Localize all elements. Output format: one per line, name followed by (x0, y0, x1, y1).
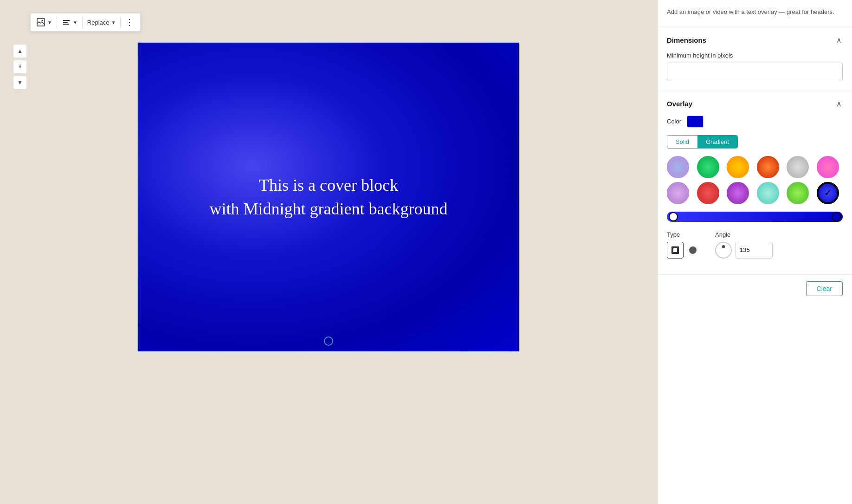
gradient-tab[interactable]: Gradient (697, 136, 737, 148)
min-height-label: Minimum height in pixels (667, 52, 843, 59)
align-icon (62, 18, 71, 27)
cover-block[interactable]: This is a cover block with Midnight grad… (138, 43, 519, 351)
resize-handle[interactable] (324, 336, 333, 346)
settings-panel: Add an image or video with a text overla… (657, 0, 852, 504)
gradient-swatch-1[interactable] (667, 156, 689, 178)
overlay-header: Overlay ∧ (667, 98, 843, 109)
svg-rect-2 (63, 20, 70, 21)
color-row: Color (667, 116, 843, 128)
align-chevron: ▼ (73, 20, 77, 25)
gradient-swatch-12[interactable]: ✓ (817, 182, 839, 204)
angle-label: Angle (715, 231, 773, 238)
intro-text: Add an image or video with a text overla… (667, 8, 834, 15)
color-swatch[interactable] (687, 116, 704, 128)
dimensions-collapse-btn[interactable]: ∧ (835, 35, 843, 45)
side-controls: ▲ ⠿ ▼ (13, 44, 27, 90)
image-block-chevron: ▼ (47, 20, 52, 25)
divider3 (120, 17, 121, 28)
gradient-slider-container (667, 212, 843, 222)
overlay-type-tabs: Solid Gradient (667, 135, 738, 149)
cover-block-wrapper: This is a cover block with Midnight grad… (137, 42, 520, 352)
image-block-btn[interactable]: ▼ (33, 16, 55, 29)
linear-icon (671, 246, 680, 255)
divider1 (57, 17, 57, 28)
angle-input[interactable] (736, 242, 773, 258)
gradient-swatch-11[interactable] (787, 182, 809, 204)
gradient-swatch-7[interactable] (667, 182, 689, 204)
replace-label: Replace (87, 19, 110, 26)
color-label: Color (667, 118, 681, 125)
gradient-swatch-8[interactable] (697, 182, 719, 204)
cover-text[interactable]: This is a cover block with Midnight grad… (200, 164, 457, 230)
chevron-down-icon: ▼ (17, 79, 23, 86)
drag-btn[interactable]: ⠿ (13, 60, 27, 74)
solid-tab[interactable]: Solid (667, 136, 697, 148)
more-options-btn[interactable]: ⋮ (123, 15, 137, 29)
clear-row: Clear (658, 275, 852, 296)
dimensions-header: Dimensions ∧ (667, 35, 843, 45)
svg-rect-3 (63, 22, 68, 23)
move-down-btn[interactable]: ▼ (13, 76, 27, 90)
cover-text-line2: with Midnight gradient background (210, 200, 448, 218)
type-angle-row: Type Angle (667, 231, 843, 258)
svg-text:✓: ✓ (824, 187, 832, 198)
overlay-section: Overlay ∧ Color Solid Gradient (658, 90, 852, 275)
linear-gradient-btn[interactable] (667, 242, 684, 258)
gradient-swatches: ✓ (667, 156, 843, 204)
more-options-icon: ⋮ (125, 17, 135, 27)
gradient-swatch-6[interactable] (817, 156, 839, 178)
replace-chevron: ▼ (111, 20, 116, 25)
overlay-collapse-btn[interactable]: ∧ (835, 98, 843, 109)
gradient-swatch-3[interactable] (727, 156, 749, 178)
gradient-handle-right[interactable] (832, 212, 841, 221)
panel-intro: Add an image or video with a text overla… (658, 0, 852, 26)
angle-wheel[interactable] (715, 242, 732, 258)
replace-btn[interactable]: Replace ▼ (84, 17, 119, 28)
drag-icon: ⠿ (18, 64, 22, 70)
angle-row (715, 242, 773, 258)
svg-point-5 (818, 183, 837, 202)
svg-rect-8 (673, 248, 677, 252)
type-group: Type (667, 231, 697, 258)
radial-gradient-btn[interactable] (689, 246, 697, 254)
move-up-btn[interactable]: ▲ (13, 44, 27, 58)
dimensions-section: Dimensions ∧ Minimum height in pixels (658, 26, 852, 90)
min-height-input[interactable] (667, 63, 843, 81)
block-toolbar: ▼ ▼ Replace ▼ ⋮ (30, 13, 141, 32)
gradient-swatch-5[interactable] (787, 156, 809, 178)
chevron-up-icon: ▲ (17, 48, 23, 54)
gradient-swatch-10[interactable] (757, 182, 779, 204)
divider2 (82, 17, 83, 28)
angle-indicator (722, 245, 725, 248)
type-label: Type (667, 231, 697, 238)
gradient-handle-left[interactable] (669, 212, 678, 221)
angle-group: Angle (715, 231, 773, 258)
gradient-swatch-2[interactable] (697, 156, 719, 178)
align-btn[interactable]: ▼ (59, 16, 80, 29)
svg-point-1 (42, 20, 43, 21)
gradient-swatch-9[interactable] (727, 182, 749, 204)
dimensions-title: Dimensions (667, 36, 706, 44)
gradient-swatch-4[interactable] (757, 156, 779, 178)
image-icon (36, 18, 45, 27)
editor-area: ▼ ▼ Replace ▼ ⋮ ▲ (0, 0, 657, 504)
type-btns (667, 242, 697, 258)
svg-rect-4 (63, 24, 69, 25)
cover-text-line1: This is a cover block (259, 176, 398, 194)
clear-button[interactable]: Clear (806, 281, 843, 296)
gradient-slider-track (667, 212, 843, 222)
overlay-title: Overlay (667, 100, 692, 108)
